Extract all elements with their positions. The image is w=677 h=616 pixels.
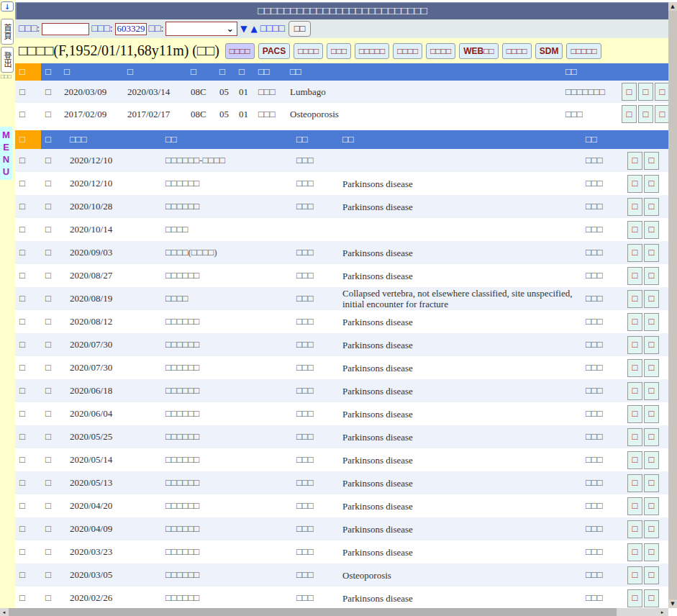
visit-header-doctor[interactable]: □□ xyxy=(292,130,338,149)
visit-action-button-2[interactable]: □ xyxy=(644,313,659,331)
problem-action-button-3[interactable]: □ xyxy=(655,83,668,101)
sort-ascending-icon[interactable]: ▲ xyxy=(251,24,258,34)
patient-action-button[interactable]: □□□□□ xyxy=(566,43,601,59)
visit-action-button-1[interactable]: □ xyxy=(627,267,642,285)
scroll-right-icon[interactable]: ▸ xyxy=(658,608,666,616)
chevron-down-icon[interactable]: ⌄ xyxy=(224,23,236,35)
visit-action-button-1[interactable]: □ xyxy=(627,359,642,377)
visit-action-button-1[interactable]: □ xyxy=(627,474,642,492)
visit-action-button-1[interactable]: □ xyxy=(627,336,642,354)
visit-action-button-2[interactable]: □ xyxy=(644,221,659,239)
visit-action-button-1[interactable]: □ xyxy=(627,313,642,331)
visit-check-box[interactable]: □ xyxy=(41,402,65,425)
visit-check-box[interactable]: □ xyxy=(41,471,65,494)
visit-select-box[interactable]: □ xyxy=(15,540,41,563)
visit-action-button-2[interactable]: □ xyxy=(644,267,659,285)
visit-select-box[interactable]: □ xyxy=(15,287,41,310)
visit-action-button-2[interactable]: □ xyxy=(644,405,659,423)
visit-select-box[interactable]: □ xyxy=(15,425,41,448)
visit-action-button-1[interactable]: □ xyxy=(627,451,642,469)
visit-select-box[interactable]: □ xyxy=(15,471,41,494)
problem-action-button-1[interactable]: □ xyxy=(622,105,637,123)
visit-check-box[interactable]: □ xyxy=(41,172,65,195)
search-button[interactable]: □□ xyxy=(288,21,312,37)
visit-action-button-1[interactable]: □ xyxy=(627,405,642,423)
visit-action-button-2[interactable]: □ xyxy=(644,520,659,538)
visit-check-box[interactable]: □ xyxy=(41,264,65,287)
visit-action-button-1[interactable]: □ xyxy=(627,221,642,239)
visit-action-button-2[interactable]: □ xyxy=(644,359,659,377)
visit-check-box[interactable]: □ xyxy=(41,333,65,356)
visit-select-box[interactable]: □ xyxy=(15,563,41,586)
visit-select-box[interactable]: □ xyxy=(15,448,41,471)
patient-action-button[interactable]: PACS xyxy=(258,43,290,59)
visit-select-box[interactable]: □ xyxy=(15,356,41,379)
scroll-left-icon[interactable]: ◂ xyxy=(0,608,8,616)
patient-action-button[interactable]: □□□□ xyxy=(502,43,532,59)
problem-header-check[interactable]: □ xyxy=(41,63,60,81)
visit-select-box[interactable]: □ xyxy=(15,494,41,517)
collapse-arrow-icon[interactable]: ↓ xyxy=(1,1,14,12)
sort-descending-icon[interactable]: ▼ xyxy=(240,24,247,34)
visit-action-button-2[interactable]: □ xyxy=(644,497,659,515)
visit-check-box[interactable]: □ xyxy=(41,586,65,610)
scroll-down-icon[interactable]: ▼ xyxy=(668,599,677,608)
visit-check-box[interactable]: □ xyxy=(41,494,65,517)
visit-check-box[interactable]: □ xyxy=(41,310,65,333)
problem-header-label[interactable]: □□ xyxy=(254,63,286,81)
visit-header-name[interactable]: □□ xyxy=(581,130,626,149)
visit-check-box[interactable]: □ xyxy=(41,241,65,264)
horizontal-scrollbar[interactable]: ◂ ▸ xyxy=(0,608,668,616)
visit-action-button-2[interactable]: □ xyxy=(644,175,659,193)
problem-action-button-2[interactable]: □ xyxy=(638,83,653,101)
visit-select-box[interactable]: □ xyxy=(15,379,41,402)
visit-action-button-2[interactable]: □ xyxy=(644,290,659,308)
patient-action-button[interactable]: □□□□ xyxy=(294,43,323,59)
visit-header-select[interactable]: □ xyxy=(15,130,41,149)
visit-check-box[interactable]: □ xyxy=(41,356,65,379)
scroll-up-icon[interactable]: ▲ xyxy=(668,2,677,11)
patient-action-button[interactable]: □□□□ xyxy=(393,43,422,59)
problem-select-box[interactable]: □ xyxy=(15,81,41,103)
visit-action-button-2[interactable]: □ xyxy=(644,589,659,607)
visit-action-button-2[interactable]: □ xyxy=(644,474,659,492)
visit-check-box[interactable]: □ xyxy=(41,195,65,218)
patient-action-button[interactable]: WEB□□ xyxy=(459,43,499,59)
visit-action-button-1[interactable]: □ xyxy=(627,520,642,538)
problem-header-date-to[interactable]: □ xyxy=(123,63,186,81)
visit-action-button-1[interactable]: □ xyxy=(627,244,642,262)
visit-action-button-2[interactable]: □ xyxy=(644,428,659,446)
problem-header-select[interactable]: □ xyxy=(15,63,41,81)
problem-action-button-3[interactable]: □ xyxy=(655,105,668,123)
visit-action-button-1[interactable]: □ xyxy=(627,382,642,400)
visit-check-box[interactable]: □ xyxy=(41,287,65,310)
visit-check-box[interactable]: □ xyxy=(41,425,65,448)
visit-action-button-2[interactable]: □ xyxy=(644,382,659,400)
sidebar-tab-logout[interactable]: 登出 xyxy=(1,47,14,73)
vertical-scrollbar[interactable]: ▲ ▼ xyxy=(668,2,677,608)
visit-select-box[interactable]: □ xyxy=(15,218,41,241)
visit-action-button-2[interactable]: □ xyxy=(644,336,659,354)
problem-header-n2[interactable]: □ xyxy=(235,63,254,81)
visit-action-button-2[interactable]: □ xyxy=(644,244,659,262)
visit-check-box[interactable]: □ xyxy=(41,218,65,241)
visit-header-check[interactable]: □ xyxy=(41,130,65,149)
visit-header-date[interactable]: □□□ xyxy=(65,130,161,149)
visit-check-box[interactable]: □ xyxy=(41,517,65,540)
problem-header-n1[interactable]: □ xyxy=(215,63,235,81)
visit-check-box[interactable]: □ xyxy=(41,149,65,172)
visit-check-box[interactable]: □ xyxy=(41,540,65,563)
problem-check-box[interactable]: □ xyxy=(41,103,60,125)
problem-header-date-from[interactable]: □ xyxy=(60,63,123,81)
search-option-link[interactable]: □□□□ xyxy=(260,23,285,35)
visit-action-button-1[interactable]: □ xyxy=(627,566,642,584)
name-select-dropdown[interactable]: ⌄ xyxy=(165,22,237,36)
visit-select-box[interactable]: □ xyxy=(15,195,41,218)
patient-action-button[interactable]: □□□□ xyxy=(426,43,455,59)
visit-action-button-1[interactable]: □ xyxy=(627,198,642,216)
patient-action-button[interactable]: □□□□ xyxy=(225,43,255,59)
visit-action-button-1[interactable]: □ xyxy=(627,290,642,308)
visit-header-dept[interactable]: □□ xyxy=(161,130,292,149)
problem-select-box[interactable]: □ xyxy=(15,103,41,125)
problem-action-button-1[interactable]: □ xyxy=(622,83,637,101)
